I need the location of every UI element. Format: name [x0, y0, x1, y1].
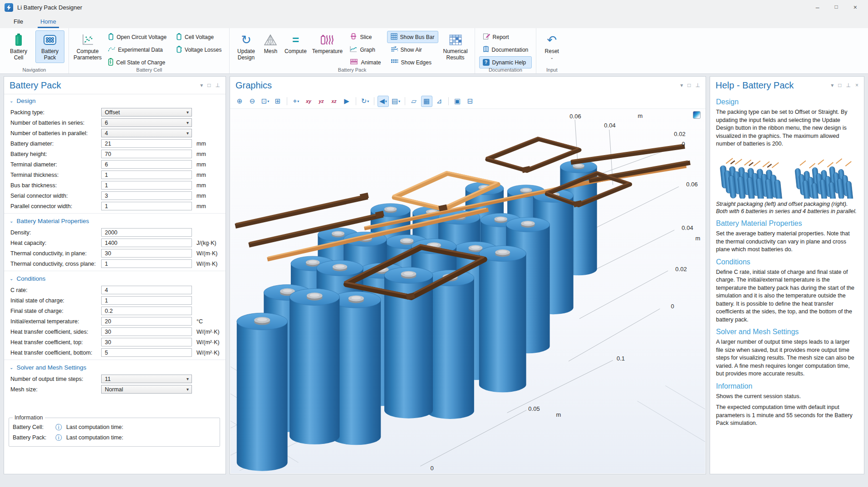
report-button[interactable]: Report	[479, 31, 532, 43]
axis-orientation-icon[interactable]: ⊿	[434, 96, 445, 107]
tab-file[interactable]: File	[11, 16, 26, 28]
field-control[interactable]: Offset	[101, 108, 192, 117]
panel-pin-icon[interactable]: ⊥	[696, 82, 700, 88]
update-design-button[interactable]: ↻ Update Design	[234, 30, 258, 63]
battery-pack-button[interactable]: Battery Pack	[35, 30, 64, 63]
show-grid-icon[interactable]: ▦	[421, 96, 432, 107]
graphics-toolbar-button[interactable]	[287, 97, 287, 105]
print-icon[interactable]: ⊟	[465, 96, 476, 107]
graph-button[interactable]: Graph	[346, 44, 384, 56]
graphics-toolbar-button[interactable]	[448, 97, 449, 105]
field-control[interactable]: 1	[101, 296, 192, 305]
show-edges-button[interactable]: Show Edges	[387, 56, 438, 68]
view-xy-icon[interactable]: xy	[303, 96, 314, 107]
reset-dropdown-icon[interactable]: ⌄	[550, 55, 554, 60]
sound-icon[interactable]: ◀ ▾	[378, 96, 389, 107]
default-view-icon[interactable]: ⌖ ▾	[290, 96, 302, 107]
field-control[interactable]: Normal	[101, 385, 192, 394]
settings-row: Density: 2000	[4, 227, 226, 238]
field-control[interactable]: 6	[101, 160, 192, 169]
cell-state-of-charge-button[interactable]: Cell State of Charge	[104, 56, 170, 68]
battery-cell-button[interactable]: Battery Cell	[4, 30, 33, 63]
settings-row: Initial state of charge: 1	[4, 295, 226, 306]
field-control[interactable]: 1	[101, 259, 192, 268]
field-control[interactable]: 0.2	[101, 307, 192, 315]
field-label: Mesh size:	[10, 386, 101, 393]
section-design[interactable]: ⌄ Design	[4, 94, 226, 107]
minimize-icon[interactable]: –	[816, 4, 819, 10]
graphics-toolbar-button[interactable]	[374, 97, 374, 105]
field-control[interactable]: 21	[101, 139, 192, 148]
field-control[interactable]: 1	[101, 202, 192, 210]
panel-pin-icon[interactable]: ⊥	[846, 82, 851, 88]
field-control[interactable]: 5	[101, 348, 192, 357]
panel-pin-icon[interactable]: ⊥	[216, 82, 220, 88]
view-yz-icon[interactable]: yz	[316, 96, 327, 107]
settings-row: Final state of charge: 0.2	[4, 306, 226, 316]
zoom-extents-icon[interactable]: ⊞	[272, 96, 284, 107]
field-unit: W/(m²·K)	[196, 350, 220, 356]
slice-button[interactable]: Slice	[346, 31, 384, 43]
field-control[interactable]: 20	[101, 317, 192, 326]
field-control[interactable]: 70	[101, 150, 192, 158]
graphics-toolbar-button[interactable]	[405, 97, 405, 105]
graphics-panel-title: Graphics	[235, 80, 272, 91]
panel-menu-icon[interactable]: ▾	[200, 82, 203, 88]
field-control[interactable]: 1	[101, 181, 192, 190]
compute-button[interactable]: = Compute	[283, 30, 308, 63]
info-icon[interactable]: ⓘ	[55, 434, 62, 441]
movie-icon[interactable]: ▶	[341, 96, 353, 107]
field-control[interactable]: 30	[101, 249, 192, 258]
info-icon[interactable]: ⓘ	[55, 424, 62, 430]
experimental-data-button[interactable]: Experimental Data	[104, 44, 170, 56]
view-xz-icon[interactable]: xz	[329, 96, 340, 107]
panel-float-icon[interactable]: □	[838, 82, 841, 88]
section-solver-and-mesh-settings[interactable]: ⌄ Solver and Mesh Settings	[4, 361, 226, 374]
field-control[interactable]: 30	[101, 338, 192, 346]
snapshot-icon[interactable]: ▣	[452, 96, 463, 107]
mesh-button[interactable]: Mesh	[260, 30, 280, 63]
graphics-3d-view[interactable]: 0.06 0.04 m 0.02 0 0.06 0.04 m 0.02 0 0.…	[230, 109, 705, 473]
transparency-icon[interactable]: ▱	[408, 96, 420, 107]
documentation-button[interactable]: Documentation	[479, 44, 532, 56]
maximize-icon[interactable]: □	[835, 4, 838, 10]
close-icon[interactable]: ×	[853, 4, 857, 10]
field-control[interactable]: 30	[101, 327, 192, 336]
ribbon-group-navigation: Battery Cell Battery Pack Navigation	[0, 28, 69, 73]
zoom-out-icon[interactable]: ⊖	[247, 96, 258, 107]
field-control[interactable]: 1	[101, 170, 192, 179]
panel-menu-icon[interactable]: ▾	[831, 82, 834, 88]
voltage-losses-button[interactable]: Voltage Losses	[172, 44, 225, 56]
field-control[interactable]: 6	[101, 118, 192, 127]
section-battery-material-properties[interactable]: ⌄ Battery Material Properties	[4, 214, 226, 227]
panel-menu-icon[interactable]: ▾	[680, 82, 683, 88]
show-bus-bar-button[interactable]: Show Bus Bar	[387, 31, 438, 43]
cell-voltage-button[interactable]: Cell Voltage	[172, 31, 225, 43]
section-conditions[interactable]: ⌄ Conditions	[4, 272, 226, 285]
scene-light-icon[interactable]: ▤ ▾	[390, 96, 402, 107]
tab-home[interactable]: Home	[38, 16, 59, 28]
field-control[interactable]: 3	[101, 191, 192, 200]
close-icon[interactable]: ×	[855, 82, 858, 88]
temperature-button[interactable]: Temperature	[310, 30, 344, 63]
zoom-in-icon[interactable]: ⊕	[234, 96, 245, 107]
open-circuit-voltage-button[interactable]: Open Circuit Voltage	[104, 31, 170, 43]
field-control[interactable]: 4	[101, 129, 192, 137]
field-control[interactable]: 1400	[101, 239, 192, 247]
compute-parameters-button[interactable]: Compute Parameters	[73, 30, 102, 63]
dynamic-help-button[interactable]: ? Dynamic Help	[479, 56, 532, 68]
panel-float-icon[interactable]: □	[207, 82, 211, 88]
graphics-toolbar-button[interactable]	[356, 97, 356, 105]
numerical-results-button[interactable]: Numerical Results	[441, 30, 471, 63]
field-control[interactable]: 11	[101, 375, 192, 383]
panel-float-icon[interactable]: □	[687, 82, 691, 88]
chevron-down-icon: ⌄	[10, 365, 13, 370]
field-control[interactable]: 2000	[101, 228, 192, 237]
rotate-icon[interactable]: ↻ ▾	[359, 96, 371, 107]
animate-button[interactable]: Animate	[346, 56, 384, 68]
show-air-button[interactable]: Show Air	[387, 44, 438, 56]
color-legend-toggle-icon[interactable]	[693, 111, 701, 119]
field-control[interactable]: 4	[101, 286, 192, 294]
zoom-box-icon[interactable]: ⊡ ▾	[260, 96, 271, 107]
reset-button[interactable]: ↶ Reset ⌄	[540, 30, 563, 63]
